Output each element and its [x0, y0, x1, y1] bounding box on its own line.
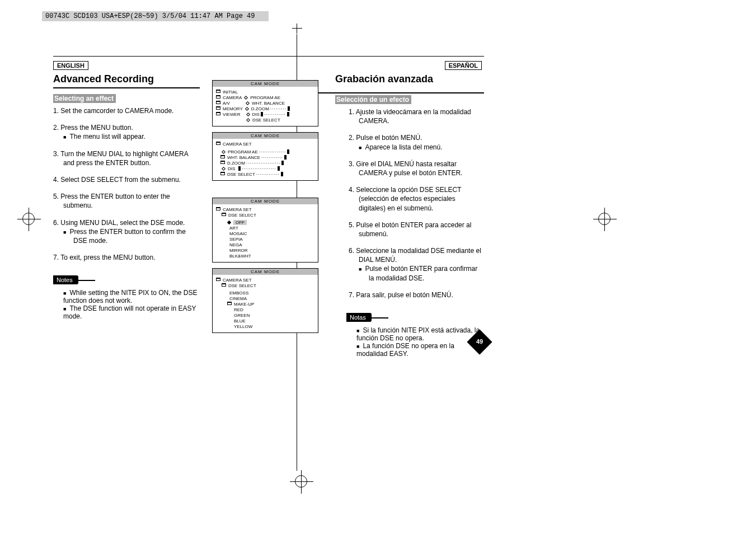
- menu-item: DIS: [228, 166, 235, 171]
- menu-item: CAMERA: [223, 95, 242, 100]
- step: 6. Seleccione la modalidad DSE mediante …: [349, 246, 484, 283]
- sub-step: The menu list will appear.: [73, 132, 200, 141]
- menu-item: BLUE: [234, 318, 246, 324]
- step: 5. Press the ENTER button to enter the s…: [53, 192, 200, 210]
- menu-item: BLK&WHT: [229, 254, 251, 259]
- lcd-screen-main-menu: CAM MODE INITIAL CAMERAPROGRAM AE A/VWHT…: [212, 80, 318, 127]
- sub-step: Press the ENTER button to confirm the DS…: [73, 227, 200, 245]
- menu-item: GREEN: [234, 313, 250, 318]
- menu-item: PROGRAM AE: [250, 95, 280, 100]
- menu-item: MIRROR: [229, 248, 247, 253]
- menu-heading: CAMERA SET: [223, 207, 252, 212]
- registration-mark: [598, 213, 611, 227]
- menu-item: DIS: [252, 112, 260, 117]
- print-header: 00743C SCD103 USA+ESP(28~59) 3/5/04 11:4…: [42, 11, 269, 21]
- menu-item: WHT. BALANCE: [227, 155, 260, 160]
- section-heading-en: Selecting an effect: [53, 94, 116, 103]
- step-text: 2. Pulse el botón MENÚ.: [349, 134, 422, 142]
- step: 2. Press the MENU button. The menu list …: [53, 123, 200, 141]
- step: 6. Using MENU DIAL, select the DSE mode.…: [53, 218, 200, 246]
- menu-heading: CAMERA SET: [223, 142, 252, 147]
- step: 1. Set the camcorder to CAMERA mode.: [53, 106, 200, 115]
- menu-item: DSE SELECT: [252, 118, 280, 123]
- title-en: Advanced Recording: [53, 73, 200, 85]
- menu-item: D.ZOOM: [227, 161, 245, 166]
- menu-item-selected: OFF: [233, 220, 247, 225]
- notes-label-en: Notes: [53, 275, 78, 284]
- step: 7. Para salir, pulse el botón MENÚ.: [349, 291, 484, 299]
- lcd-screen-dse-select-2: CAM MODE CAMERA SET DSE SELECT EMBOSS CI…: [212, 268, 318, 333]
- screen-mode: CAM MODE: [213, 269, 318, 275]
- step: 3. Turn the MENU DIAL to highlight CAMER…: [53, 149, 200, 167]
- step: 2. Pulse el botón MENÚ. Aparece la lista…: [349, 133, 484, 151]
- registration-mark: [22, 213, 35, 227]
- menu-item: PROGRAM AE: [228, 149, 258, 154]
- menu-item: DSE SELECT: [227, 172, 255, 177]
- menu-item: YELLOW: [234, 324, 252, 329]
- crop-mark: [295, 475, 307, 489]
- menu-item: MOSAIC: [229, 231, 247, 236]
- step-text: 2. Press the MENU button.: [53, 124, 133, 132]
- menu-item: NEGA: [229, 242, 242, 247]
- step: 5. Pulse el botón ENTER para acceder al …: [349, 221, 484, 238]
- menu-item: MAKE-UP: [234, 302, 254, 307]
- rule: [53, 87, 200, 88]
- menu-heading: CAMERA SET: [223, 278, 252, 283]
- menu-heading: DSE SELECT: [228, 213, 256, 218]
- language-label-es: ESPAÑOL: [445, 61, 482, 70]
- note: The DSE function will not operate in EAS…: [63, 305, 200, 320]
- step: 3. Gire el DIAL MENÚ hasta resaltar CAME…: [349, 160, 484, 177]
- notes-label-es: Notas: [346, 313, 372, 322]
- language-label-en: ENGLISH: [53, 61, 88, 70]
- note: Si la función NITE PIX está activada, la…: [356, 326, 484, 342]
- menu-item: INITIAL: [223, 90, 238, 95]
- note: While setting the NITE PIX to ON, the DS…: [63, 289, 200, 305]
- title-es: Grabación avanzada: [335, 73, 484, 85]
- menu-item: CINEMA: [229, 296, 247, 301]
- menu-item: ART: [229, 226, 238, 231]
- step: 4. Seleccione la opción DSE SELECT (sele…: [349, 185, 484, 213]
- menu-item: A/V: [223, 101, 230, 106]
- step: 1. Ajuste la videocámara en la modalidad…: [349, 107, 484, 125]
- menu-item: VIEWER: [223, 112, 241, 117]
- rule: [318, 92, 484, 93]
- screen-mode: CAM MODE: [213, 133, 318, 139]
- section-heading-es: Selección de un efecto: [335, 95, 411, 104]
- screen-mode: CAM MODE: [213, 198, 318, 204]
- menu-item: D.ZOOM: [251, 106, 269, 111]
- menu-item: WHT. BALANCE: [252, 101, 285, 106]
- step: 4. Select DSE SELECT from the submenu.: [53, 175, 200, 184]
- sub-step: Pulse el botón ENTER para confirmar la m…: [369, 264, 484, 282]
- step: 7. To exit, press the MENU button.: [53, 253, 200, 262]
- lcd-screen-camera-set: CAM MODE CAMERA SET PROGRAM AE··········…: [212, 132, 318, 181]
- menu-item: SEPIA: [229, 237, 243, 242]
- menu-heading: DSE SELECT: [228, 283, 256, 288]
- note: La función DSE no opera en la modalidad …: [356, 342, 484, 358]
- sub-step: Aparece la lista del menú.: [369, 143, 484, 152]
- screen-mode: CAM MODE: [213, 81, 318, 87]
- menu-item: MEMORY: [223, 106, 243, 111]
- step-text: 6. Using MENU DIAL, select the DSE mode.: [53, 219, 185, 227]
- step-text: 6. Seleccione la modalidad DSE mediante …: [349, 247, 481, 264]
- lcd-screen-dse-select-1: CAM MODE CAMERA SET DSE SELECT OFF ART M…: [212, 198, 318, 263]
- menu-item: RED: [234, 307, 243, 312]
- menu-item: EMBOSS: [229, 291, 248, 296]
